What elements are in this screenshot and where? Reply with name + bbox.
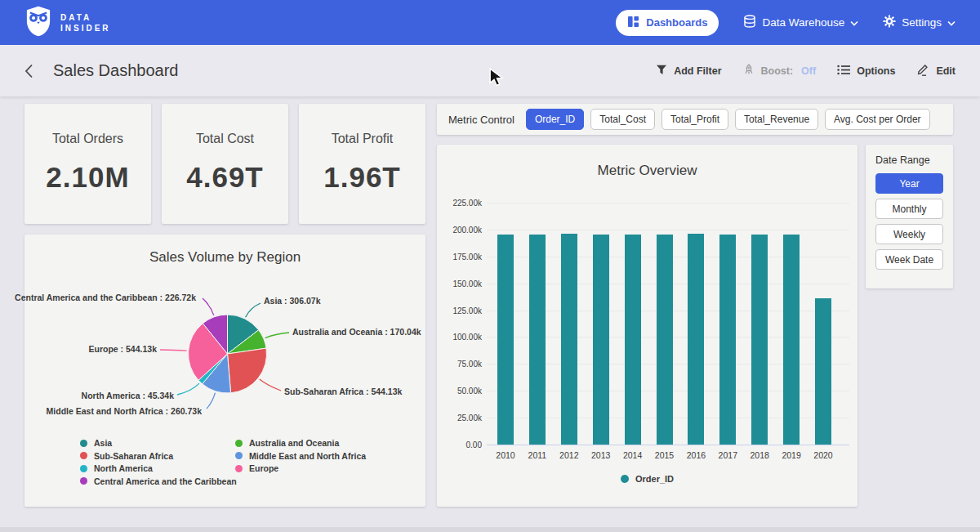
kpi-value: 1.96T — [323, 161, 401, 194]
bar-2020[interactable] — [815, 298, 831, 445]
kpi-card-total-cost: Total Cost 4.69T — [162, 104, 288, 224]
pie-label-sub-saharan-africa: Sub-Saharan Africa : 544.13k — [284, 387, 402, 396]
pie-slice-sub-saharan-africa[interactable] — [228, 348, 267, 393]
bar-2015[interactable] — [657, 235, 673, 445]
brand-line2: INSIDER — [60, 23, 111, 34]
rocket-icon — [743, 64, 755, 78]
add-filter-button[interactable]: Add Filter — [656, 65, 721, 78]
y-axis-tick-label: 225.00k — [441, 199, 482, 208]
bar-2017[interactable] — [719, 235, 736, 445]
legend-dot — [235, 452, 243, 459]
pie-legend-label: Asia — [94, 438, 112, 448]
pie-legend-central-america-and-the-caribbean[interactable]: Central America and the Caribbean — [80, 476, 237, 486]
metric-control-label: Metric Control — [448, 114, 514, 126]
bar-2016[interactable] — [688, 234, 704, 445]
x-axis-tick-label: 2017 — [711, 450, 744, 460]
back-button[interactable] — [24, 64, 33, 78]
dashboard-grid-icon — [627, 16, 639, 30]
chevron-down-icon — [947, 16, 956, 29]
kpi-label: Total Cost — [196, 132, 254, 146]
metric-chip-order-id[interactable]: Order_ID — [526, 109, 584, 130]
date-range-label: Date Range — [875, 154, 943, 166]
pie-legend-label: Australia and Oceania — [249, 438, 339, 448]
bar-2014[interactable] — [625, 235, 641, 445]
footer-strip — [0, 527, 980, 532]
date-range-monthly[interactable]: Monthly — [875, 199, 943, 219]
bar-legend-label: Order_ID — [635, 474, 674, 484]
bar-chart-legend[interactable]: Order_ID — [437, 474, 858, 484]
date-range-panel: Date Range YearMonthlyWeeklyWeek Date — [866, 145, 953, 288]
boost-toggle[interactable]: Boost:Off — [743, 64, 817, 78]
x-axis-tick-label: 2014 — [617, 450, 649, 460]
bar-2010[interactable] — [497, 235, 514, 445]
metric-chip-avg-cost-per-order[interactable]: Avg. Cost per Order — [825, 109, 930, 130]
x-axis-tick-label: 2018 — [743, 450, 776, 460]
bar-2018[interactable] — [751, 235, 768, 445]
options-label: Options — [857, 65, 895, 77]
nav-settings[interactable]: Settings — [883, 15, 956, 30]
page-title: Sales Dashboard — [53, 61, 178, 80]
top-nav: DATA INSIDER Dashboards Da — [0, 0, 980, 45]
nav-dashboards-button[interactable]: Dashboards — [616, 10, 719, 36]
y-axis-tick-label: 175.00k — [441, 253, 482, 262]
boost-label: Boost: — [761, 65, 794, 77]
date-range-year[interactable]: Year — [875, 173, 943, 194]
pie-legend-australia-and-oceania[interactable]: Australia and Oceania — [235, 438, 339, 448]
metric-chip-total-cost[interactable]: Total_Cost — [590, 109, 655, 130]
boost-value: Off — [801, 65, 816, 77]
legend-dot — [80, 477, 87, 485]
page-header: Sales Dashboard Add Filter Boost:Off — [0, 45, 980, 96]
pie-legend-asia[interactable]: Asia — [80, 438, 112, 448]
bar-2012[interactable] — [561, 234, 577, 445]
chevron-down-icon — [850, 16, 858, 29]
legend-dot — [80, 465, 87, 472]
database-icon — [743, 15, 756, 30]
nav-data-warehouse-label: Data Warehouse — [762, 16, 844, 29]
bar-2013[interactable] — [593, 235, 609, 445]
bar-2011[interactable] — [529, 235, 546, 445]
y-axis-tick-label: 0.00 — [441, 440, 482, 449]
add-filter-label: Add Filter — [674, 65, 721, 77]
legend-dot — [80, 440, 87, 447]
pie-legend-label: Sub-Saharan Africa — [94, 451, 173, 461]
x-axis-tick-label: 2010 — [489, 450, 522, 460]
gridline — [487, 230, 849, 230]
kpi-card-total-profit: Total Profit 1.96T — [299, 104, 425, 224]
date-range-week-date[interactable]: Week Date — [875, 249, 943, 270]
pie-legend-middle-east-and-north-africa[interactable]: Middle East and North Africa — [235, 451, 366, 461]
pie-legend-europe[interactable]: Europe — [235, 463, 278, 473]
y-axis-tick-label: 50.00k — [441, 387, 482, 396]
pie-legend-sub-saharan-africa[interactable]: Sub-Saharan Africa — [80, 451, 173, 461]
metric-chip-total-profit[interactable]: Total_Profit — [662, 109, 728, 130]
y-axis-tick-label: 200.00k — [441, 226, 482, 235]
pie-label-north-america: North America : 45.34k — [82, 391, 174, 400]
options-button[interactable]: Options — [837, 65, 895, 78]
legend-dot — [80, 452, 87, 459]
date-range-weekly[interactable]: Weekly — [875, 224, 943, 244]
filter-icon — [656, 65, 667, 78]
x-axis-tick-label: 2019 — [775, 450, 808, 460]
brand-logo[interactable]: DATA INSIDER — [24, 6, 111, 40]
pie-leader-line — [160, 350, 187, 351]
metric-chip-total-revenue[interactable]: Total_Revenue — [735, 109, 818, 130]
pie-leader-line — [265, 333, 289, 338]
kpi-card-total-orders: Total Orders 2.10M — [24, 104, 151, 224]
x-axis-tick-label: 2015 — [648, 450, 681, 460]
pie-legend-label: Middle East and North Africa — [249, 451, 366, 461]
x-axis-tick-label: 2016 — [679, 450, 712, 460]
pie-label-australia-and-oceania: Australia and Oceania : 170.04k — [292, 327, 421, 337]
x-axis-tick-label: 2013 — [585, 450, 617, 460]
x-axis-tick-label: 2011 — [521, 450, 554, 460]
nav-data-warehouse[interactable]: Data Warehouse — [743, 15, 858, 30]
pie-legend-label: Central America and the Caribbean — [94, 476, 237, 486]
pie-legend-north-america[interactable]: North America — [80, 463, 153, 473]
list-icon — [837, 65, 850, 78]
kpi-value: 2.10M — [46, 161, 129, 194]
kpi-label: Total Orders — [52, 132, 123, 146]
metric-overview-chart-card: Metric Overview 0.0025.00k50.00k75.00k10… — [437, 145, 858, 507]
edit-button[interactable]: Edit — [916, 63, 956, 78]
bar-2019[interactable] — [783, 235, 800, 445]
pie-leader-line — [260, 379, 281, 391]
y-axis-tick-label: 125.00k — [441, 306, 482, 315]
pie-legend-label: Europe — [249, 463, 278, 473]
